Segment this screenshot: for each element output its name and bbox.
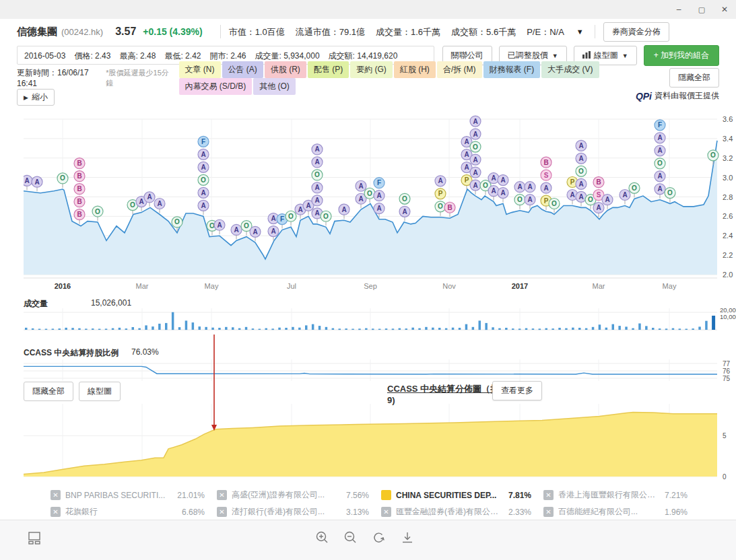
volume-bar[interactable] (232, 327, 234, 330)
volume-bar[interactable] (672, 328, 675, 330)
volume-bar[interactable] (625, 326, 628, 330)
volume-bar[interactable] (632, 328, 634, 330)
volume-bar[interactable] (418, 328, 421, 330)
volume-bar[interactable] (425, 327, 428, 330)
hidden-series-icon[interactable]: ✕ (217, 507, 227, 517)
volume-bar[interactable] (339, 328, 341, 330)
legend-item[interactable]: ✕香港上海匯豐銀行有限公司...7.21% (543, 487, 697, 503)
volume-bar[interactable] (278, 328, 281, 330)
volume-bar[interactable] (698, 326, 701, 330)
volume-chart[interactable]: 20,000,00010,000,000 (24, 308, 736, 335)
volume-bar[interactable] (612, 324, 615, 330)
volume-bar[interactable] (512, 328, 514, 330)
legend-item[interactable]: ✕高盛(亞洲)證券有限公司...7.56% (217, 487, 378, 503)
volume-bar[interactable] (65, 328, 67, 330)
event-tag[interactable]: 內幕交易 (S/D/B) (179, 78, 253, 95)
volume-bar[interactable] (645, 326, 648, 330)
volume-bar[interactable] (525, 328, 528, 330)
volume-bar[interactable] (265, 328, 268, 330)
volume-bar[interactable] (618, 326, 621, 330)
volume-bar[interactable] (365, 328, 368, 330)
volume-bar[interactable] (685, 329, 688, 330)
volume-bar[interactable] (192, 322, 195, 330)
volume-bar[interactable] (218, 328, 221, 330)
volume-bar[interactable] (178, 327, 181, 330)
volume-bar[interactable] (71, 328, 74, 330)
event-tag[interactable]: 其他 (O) (253, 78, 296, 95)
volume-bar[interactable] (85, 328, 88, 330)
ccass-chart[interactable]: 777675 (24, 358, 736, 384)
volume-bar[interactable] (125, 328, 128, 330)
volume-bar[interactable] (505, 328, 508, 330)
volume-bar[interactable] (392, 328, 395, 330)
legend-item[interactable]: ✕花旗銀行6.68% (51, 503, 214, 520)
volume-bar[interactable] (438, 328, 441, 330)
volume-bar[interactable] (539, 328, 541, 330)
volume-bar[interactable] (452, 328, 455, 330)
volume-bar[interactable] (638, 324, 641, 330)
volume-bar[interactable] (185, 320, 188, 330)
volume-bar[interactable] (378, 329, 381, 330)
volume-bar[interactable] (659, 328, 661, 330)
volume-bar[interactable] (132, 327, 135, 330)
volume-bar[interactable] (158, 324, 161, 330)
volume-bar[interactable] (472, 327, 475, 330)
volume-bar[interactable] (399, 328, 401, 330)
volume-bar[interactable] (498, 328, 501, 330)
event-tag[interactable]: 大手成交 (V) (541, 61, 599, 78)
hidden-series-icon[interactable]: ✕ (51, 490, 61, 500)
volume-bar[interactable] (59, 328, 61, 330)
volume-bar[interactable] (465, 324, 468, 330)
event-tag[interactable]: 供股 (R) (265, 61, 306, 78)
event-tag[interactable]: 文章 (N) (179, 61, 221, 78)
volume-bar[interactable] (138, 328, 141, 330)
close-button[interactable]: ✕ (713, 0, 736, 19)
layout-icon[interactable] (27, 531, 42, 547)
chevron-down-icon[interactable]: ▼ (576, 28, 584, 36)
price-chart[interactable]: 3.63.43.23.02.82.62.42.22.02016MarMayJul… (24, 104, 736, 294)
volume-bar[interactable] (245, 327, 248, 330)
volume-bar[interactable] (305, 325, 308, 330)
volume-bar[interactable] (692, 328, 694, 330)
volume-bar[interactable] (112, 328, 114, 330)
volume-bar[interactable] (119, 328, 121, 330)
reset-icon[interactable] (372, 530, 387, 548)
volume-bar[interactable] (532, 328, 535, 330)
volume-bar[interactable] (578, 328, 581, 330)
volume-bar[interactable] (205, 327, 207, 330)
volume-bar[interactable] (572, 328, 574, 330)
maximize-button[interactable]: ▢ (690, 0, 713, 19)
event-tag[interactable]: 合/拆 (M) (437, 61, 482, 78)
volume-bar[interactable] (312, 324, 314, 330)
volume-bar[interactable] (271, 328, 274, 330)
legend-item[interactable]: ✕渣打銀行(香港)有限公司...3.13% (217, 503, 378, 520)
volume-bar[interactable] (225, 327, 228, 330)
volume-bar[interactable] (405, 328, 408, 330)
volume-bar[interactable] (459, 328, 461, 330)
volume-bar[interactable] (199, 326, 201, 330)
zoom-in-icon[interactable] (315, 530, 330, 548)
volume-bar[interactable] (25, 328, 28, 330)
volume-bar[interactable] (285, 328, 288, 330)
volume-bar[interactable] (32, 328, 34, 330)
broker-funds-button[interactable]: 券商資金分佈 (603, 22, 669, 42)
volume-bar[interactable] (665, 328, 668, 330)
volume-bar[interactable] (558, 328, 561, 330)
volume-bar[interactable] (92, 328, 94, 330)
volume-bar[interactable] (565, 328, 568, 330)
volume-bar[interactable] (385, 328, 388, 330)
download-icon[interactable] (400, 530, 415, 548)
hidden-series-icon[interactable]: ✕ (51, 507, 61, 517)
volume-bar[interactable] (105, 328, 108, 330)
volume-bar[interactable] (492, 327, 494, 330)
volume-bar[interactable] (585, 328, 588, 330)
legend-item[interactable]: ✕百德能經紀有限公司...1.96% (543, 503, 697, 520)
event-tag[interactable]: 紅股 (H) (394, 61, 436, 78)
volume-bar[interactable] (432, 328, 434, 330)
volume-bar[interactable] (332, 328, 335, 330)
volume-bar[interactable] (345, 328, 347, 330)
volume-bar[interactable] (259, 329, 261, 330)
volume-bar[interactable] (165, 323, 168, 330)
volume-bar[interactable] (252, 328, 255, 330)
volume-bar[interactable] (52, 328, 55, 330)
